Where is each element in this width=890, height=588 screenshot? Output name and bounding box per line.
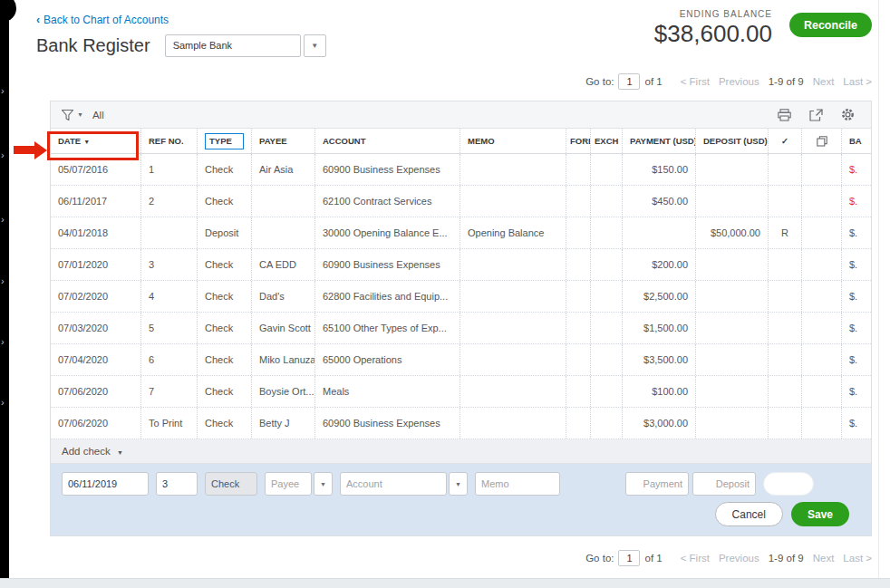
table-row[interactable]: 07/06/2020 To Print Check Betty J 60900 …	[51, 408, 872, 439]
reconcile-status-cell	[769, 313, 802, 343]
first-page-link[interactable]: < First	[681, 76, 710, 87]
save-button[interactable]: Save	[791, 502, 849, 526]
balance-cell: $.	[842, 376, 872, 407]
payee-dropdown-button[interactable]: ▼	[314, 472, 333, 496]
ending-balance-value: $38,600.00	[654, 20, 772, 48]
add-check-dropdown[interactable]: Add check ▼	[51, 439, 871, 464]
account-dropdown-button[interactable]: ▼	[449, 472, 468, 496]
attachment-cell	[802, 376, 842, 407]
account-cell: Meals	[315, 376, 460, 407]
edit-memo-input[interactable]	[475, 472, 560, 496]
edit-account-input[interactable]	[340, 472, 447, 496]
sidebar-expand-icon[interactable]: ›	[1, 398, 5, 407]
card-right-edge	[878, 0, 879, 578]
balance-cell: $.	[842, 154, 872, 185]
cancel-button[interactable]: Cancel	[715, 502, 783, 526]
header-payee[interactable]: PAYEE	[252, 129, 315, 153]
goto-label: Go to:	[585, 553, 614, 564]
filter-caret-icon[interactable]: ▼	[77, 111, 83, 118]
previous-page-link[interactable]: Previous	[719, 553, 759, 564]
next-page-link[interactable]: Next	[813, 76, 835, 87]
collapsed-sidebar[interactable]: › › › › › ›	[0, 0, 9, 588]
ref-cell: 2	[141, 186, 198, 217]
print-icon[interactable]	[778, 109, 791, 121]
payee-cell: Air Asia	[252, 154, 315, 185]
bank-account-caret-button[interactable]: ▼	[304, 34, 326, 57]
previous-page-link[interactable]: Previous	[719, 76, 759, 87]
last-page-link[interactable]: Last >	[843, 76, 872, 87]
foreign-cell	[566, 154, 591, 185]
header-foreign[interactable]: FORE	[566, 129, 591, 153]
first-page-link[interactable]: < First	[681, 553, 710, 564]
memo-cell	[460, 186, 566, 217]
date-cell: 06/11/2017	[51, 186, 141, 217]
memo-cell	[460, 281, 566, 312]
payee-cell	[252, 186, 315, 217]
reconcile-button[interactable]: Reconcile	[789, 13, 872, 37]
reconcile-status-cell: R	[769, 217, 802, 248]
table-row[interactable]: 07/02/2020 4 Check Dad's 62800 Facilitie…	[51, 281, 872, 313]
account-cell: 62800 Facilities and Equip...	[315, 281, 460, 312]
header-type[interactable]: TYPE	[198, 129, 252, 153]
page-number-input[interactable]	[618, 550, 640, 566]
type-cell: Check	[198, 186, 252, 217]
payee-cell: Betty J	[252, 408, 315, 439]
header-deposit[interactable]: DEPOSIT (USD)	[696, 129, 769, 153]
memo-cell	[460, 344, 566, 375]
header-attachments[interactable]	[802, 129, 842, 153]
edit-status-pill[interactable]	[763, 472, 814, 496]
deposit-cell	[696, 344, 769, 375]
next-page-link[interactable]: Next	[813, 553, 835, 564]
sidebar-expand-icon[interactable]: ›	[1, 215, 5, 224]
edit-deposit-input[interactable]	[692, 472, 756, 496]
sidebar-expand-icon[interactable]: ›	[1, 150, 5, 159]
table-row[interactable]: 07/01/2020 3 Check CA EDD 60900 Business…	[51, 249, 872, 281]
back-to-chart-link[interactable]: ‹Back to Chart of Accounts	[36, 14, 169, 26]
edit-date-input[interactable]	[62, 472, 149, 496]
edit-payee-input[interactable]	[265, 472, 312, 496]
table-row[interactable]: 04/01/2018 Deposit 30000 Opening Balance…	[51, 217, 872, 249]
table-row[interactable]: 06/11/2017 2 Check 62100 Contract Servic…	[51, 186, 872, 217]
header-payment[interactable]: PAYMENT (USD)	[623, 129, 696, 153]
bank-account-select[interactable]: Sample Bank ▼	[165, 34, 326, 57]
balance-cell: $.	[842, 186, 872, 217]
page-header: ‹Back to Chart of Accounts Bank Register…	[9, 0, 890, 59]
table-row[interactable]: 07/03/2020 5 Check Gavin Scott 65100 Oth…	[51, 313, 872, 344]
table-row[interactable]: 05/07/2016 1 Check Air Asia 60900 Busine…	[51, 154, 872, 186]
table-row[interactable]: 07/06/2020 7 Check Boysie Ort... Meals $…	[51, 376, 872, 408]
sidebar-expand-icon[interactable]: ›	[1, 337, 5, 346]
exchange-cell	[591, 376, 623, 407]
page-bottom-strip	[0, 578, 890, 588]
export-icon[interactable]	[809, 109, 823, 121]
header-reconcile-check[interactable]: ✓	[769, 129, 802, 153]
balance-cell: $.	[842, 408, 872, 439]
payee-cell: Dad's	[252, 281, 315, 312]
date-cell: 07/06/2020	[51, 376, 141, 407]
edit-ref-input[interactable]	[156, 472, 198, 496]
sidebar-expand-icon[interactable]: ›	[1, 276, 5, 285]
memo-cell	[460, 313, 566, 343]
last-page-link[interactable]: Last >	[843, 553, 872, 564]
reconcile-status-cell	[769, 249, 802, 280]
header-date[interactable]: DATE▼	[51, 129, 141, 153]
ref-cell	[141, 217, 198, 248]
page-number-input[interactable]	[618, 73, 640, 90]
table-row[interactable]: 07/04/2020 6 Check Miko Lanuza 65000 Ope…	[51, 344, 872, 376]
header-ref[interactable]: REF NO.	[141, 129, 198, 153]
header-exchange[interactable]: EXCH	[591, 129, 623, 153]
header-account[interactable]: ACCOUNT	[315, 129, 460, 153]
payment-cell: $2,500.00	[623, 281, 696, 312]
chevron-down-icon: ▼	[117, 449, 123, 456]
bank-account-value[interactable]: Sample Bank	[165, 34, 301, 57]
gear-icon[interactable]	[841, 108, 855, 121]
table-toolbar: ▼ All	[51, 101, 871, 129]
header-balance[interactable]: BA	[842, 129, 872, 153]
sidebar-expand-icon[interactable]: ›	[1, 86, 5, 95]
filter-funnel-icon[interactable]	[62, 110, 73, 120]
ref-cell: 1	[141, 154, 198, 185]
edit-payment-input[interactable]	[625, 472, 689, 496]
payee-cell: Miko Lanuza	[252, 344, 315, 375]
filter-value[interactable]: All	[92, 110, 104, 120]
header-memo[interactable]: MEMO	[460, 129, 566, 153]
payment-cell: $1,500.00	[623, 313, 696, 343]
